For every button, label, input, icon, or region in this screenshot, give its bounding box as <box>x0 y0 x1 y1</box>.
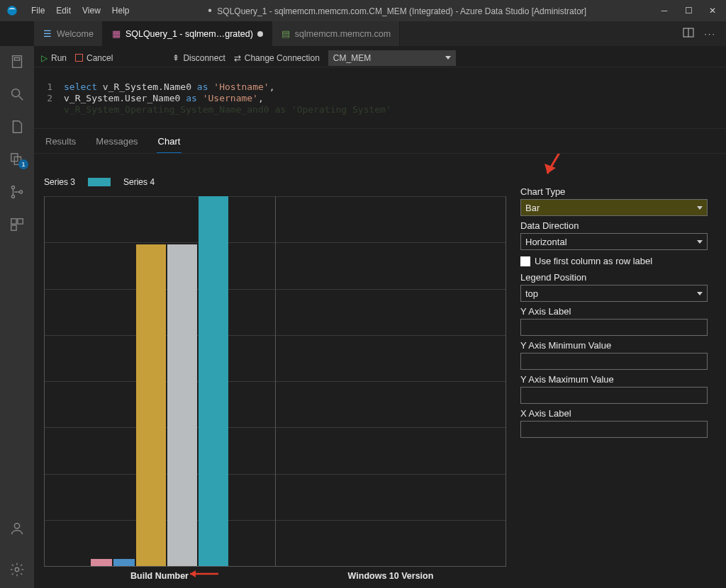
connections-icon[interactable] <box>9 53 26 70</box>
x-axis-label-input[interactable] <box>520 421 708 438</box>
chevron-down-icon <box>697 292 703 295</box>
menu-file[interactable]: File <box>26 0 50 21</box>
run-label: Run <box>51 53 67 63</box>
tab-results[interactable]: Results <box>44 133 77 153</box>
svg-point-12 <box>19 191 22 193</box>
search-icon[interactable] <box>9 86 26 103</box>
bar-series3 <box>199 196 228 566</box>
explorer-badge: 1 <box>18 159 28 169</box>
chevron-down-icon <box>697 240 703 244</box>
xlabel-win10: Windows 10 Version <box>275 571 506 581</box>
menu-edit[interactable]: Edit <box>50 0 77 21</box>
chart-legend: Series 3 Series 4 <box>44 175 506 189</box>
cancel-button[interactable]: Cancel <box>75 53 113 63</box>
data-direction-label: Data Direction <box>520 220 708 231</box>
tab-messages[interactable]: Messages <box>94 133 139 153</box>
svg-rect-4 <box>14 58 19 61</box>
settings-gear-icon[interactable] <box>9 561 26 578</box>
category-build-number <box>45 196 276 566</box>
play-icon: ▷ <box>41 53 48 63</box>
results-tabs: Results Messages Chart <box>34 129 726 154</box>
svg-point-16 <box>14 524 19 528</box>
chart-options: Chart Type Bar Data Direction Horizontal… <box>513 154 726 588</box>
legend-series3-label: Series 3 <box>44 177 75 187</box>
tab-label: Welcome <box>57 29 94 39</box>
database-select[interactable]: CM_MEM <box>328 50 456 66</box>
chart-type-select[interactable]: Bar <box>520 199 708 216</box>
disconnect-label: Disconnect <box>183 53 225 63</box>
data-direction-select[interactable]: Horizontal <box>520 233 708 250</box>
connection-icon: ⇄ <box>234 53 241 63</box>
editor-tabs: ☰ Welcome ▦ SQLQuery_1 - sqlmem…grated) … <box>34 21 726 46</box>
legend-series4-label: Series 4 <box>123 177 155 187</box>
svg-point-5 <box>12 89 20 97</box>
activitybar: 1 <box>0 46 34 588</box>
window-title-text: SQLQuery_1 - sqlmemcm.memcm.com.CM_MEM (… <box>217 6 586 16</box>
tab-sqlquery[interactable]: ▦ SQLQuery_1 - sqlmem…grated) <box>103 21 272 46</box>
legend-series3-swatch <box>88 178 111 186</box>
svg-rect-14 <box>18 219 23 224</box>
chart-type-label: Chart Type <box>520 186 708 197</box>
maximize-icon[interactable]: ☐ <box>683 6 693 16</box>
sql-editor[interactable]: 1select v_R_System.Name0 as 'Hostname', … <box>34 67 726 128</box>
tab-label: SQLQuery_1 - sqlmem…grated) <box>125 29 253 39</box>
titlebar: File Edit View Help • SQLQuery_1 - sqlme… <box>0 0 726 21</box>
legend-position-label: Legend Position <box>520 272 708 283</box>
y-axis-label-input[interactable] <box>520 319 708 336</box>
run-button[interactable]: ▷ Run <box>41 53 67 63</box>
source-control-icon[interactable] <box>9 183 26 200</box>
close-icon[interactable]: ✕ <box>708 6 717 16</box>
svg-point-17 <box>15 567 19 572</box>
tab-server[interactable]: ▤ sqlmemcm.memcm.com <box>272 21 400 46</box>
change-connection-button[interactable]: ⇄ Change Connection <box>234 53 320 63</box>
notebooks-icon[interactable] <box>9 118 26 135</box>
account-icon[interactable] <box>9 520 26 537</box>
cancel-label: Cancel <box>86 53 113 63</box>
annotation-arrow-icon <box>527 154 584 188</box>
annotation-arrow-icon <box>184 568 220 582</box>
chart-plot <box>44 196 506 567</box>
chart-type-value: Bar <box>525 203 540 213</box>
dirty-dot-icon: • <box>208 4 212 16</box>
y-axis-label-label: Y Axis Label <box>520 306 708 317</box>
disconnect-icon: ⇞ <box>172 53 179 63</box>
svg-point-10 <box>11 186 14 189</box>
disconnect-button[interactable]: ⇞ Disconnect <box>172 53 225 63</box>
svg-point-11 <box>11 195 14 198</box>
dirty-indicator-icon <box>257 31 263 37</box>
y-axis-max-input[interactable] <box>520 387 708 404</box>
legend-position-value: top <box>525 288 538 299</box>
database-select-value: CM_MEM <box>333 53 371 63</box>
extensions-icon[interactable] <box>9 216 26 233</box>
window-title: • SQLQuery_1 - sqlmemcm.memcm.com.CM_MEM… <box>135 4 659 17</box>
legend-position-select[interactable]: top <box>520 285 708 302</box>
row-label-checkbox-label: Use first column as row label <box>535 256 652 266</box>
tab-welcome[interactable]: ☰ Welcome <box>34 21 103 46</box>
minimize-icon[interactable]: ─ <box>659 6 669 16</box>
chevron-down-icon <box>697 206 703 210</box>
app-logo-icon <box>6 4 18 17</box>
category-win10-version <box>276 196 507 566</box>
menu-view[interactable]: View <box>77 0 106 21</box>
bar-pink <box>91 559 112 566</box>
data-direction-value: Horizontal <box>525 237 567 247</box>
sql-file-icon: ▦ <box>111 29 121 39</box>
bar-blue <box>113 559 135 566</box>
xlabel-build-number: Build Number <box>44 571 275 581</box>
svg-rect-15 <box>11 225 16 230</box>
svg-rect-13 <box>11 219 16 224</box>
lines-icon: ☰ <box>43 29 52 39</box>
split-editor-icon[interactable] <box>683 27 694 40</box>
chevron-down-icon <box>445 56 451 60</box>
row-label-checkbox[interactable] <box>520 256 530 266</box>
chart-area: Series 3 Series 4 <box>34 154 513 588</box>
query-toolbar: ▷ Run Cancel ⇞ Disconnect ⇄ Change Conne… <box>34 49 726 67</box>
y-axis-min-label: Y Axis Minimum Value <box>520 340 708 351</box>
tab-chart[interactable]: Chart <box>157 133 182 153</box>
server-icon: ▤ <box>281 29 291 39</box>
more-actions-icon[interactable]: ··· <box>704 28 716 39</box>
explorer-icon[interactable]: 1 <box>9 151 26 168</box>
bar-series4 <box>136 244 166 566</box>
menu-help[interactable]: Help <box>106 0 135 21</box>
y-axis-min-input[interactable] <box>520 353 708 370</box>
